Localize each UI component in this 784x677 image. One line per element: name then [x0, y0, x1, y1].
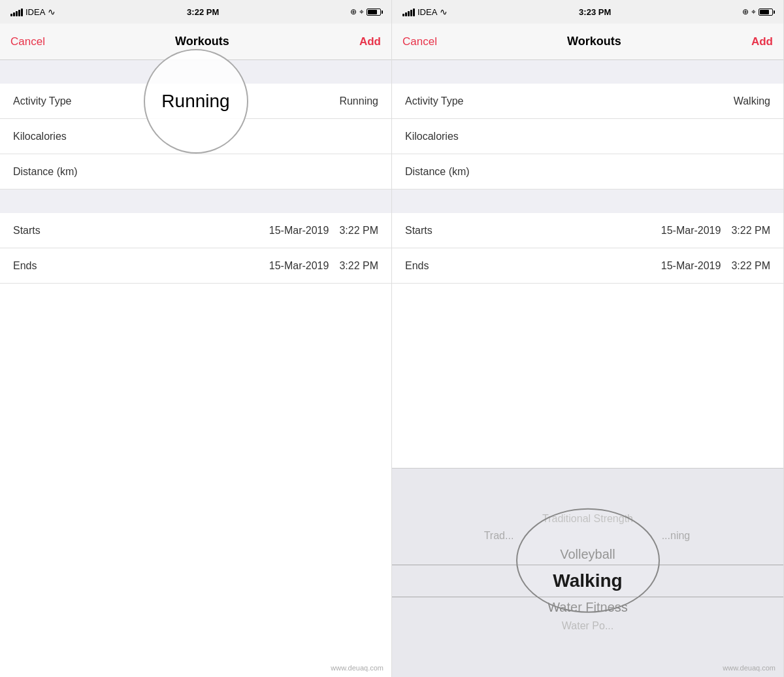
right-starts-date: 15-Mar-2019 — [661, 225, 721, 237]
right-starts-value: 15-Mar-2019 3:22 PM — [661, 225, 770, 237]
right-battery — [759, 8, 773, 16]
left-ends-row[interactable]: Ends 15-Mar-2019 3:22 PM — [0, 248, 391, 284]
left-kilocalories-row[interactable]: Kilocalories — [0, 119, 391, 154]
left-ends-value: 15-Mar-2019 3:22 PM — [269, 260, 378, 272]
right-activity-type-label: Activity Type — [405, 95, 464, 107]
left-datetime-section: Starts 15-Mar-2019 3:22 PM Ends 15-Mar-2… — [0, 213, 391, 284]
picker-trad-right: ...ning — [649, 530, 783, 542]
left-spacer-2 — [0, 190, 391, 213]
left-phone-panel: IDEA ∿ 3:22 PM ⊕ ⌖ Cancel Workouts Add A… — [0, 0, 392, 677]
right-ends-time: 3:22 PM — [731, 260, 770, 272]
right-cancel-button[interactable]: Cancel — [402, 35, 437, 48]
left-form-section: Activity Type Running Running Kilocalori… — [0, 84, 391, 190]
picker-item-water-polo[interactable]: Water Po... — [392, 618, 783, 635]
right-status-right: ⊕ ⌖ — [742, 7, 773, 16]
right-nav-icon: ⌖ — [751, 7, 756, 16]
picker-trad-left: Trad... — [392, 530, 527, 542]
right-phone-panel: IDEA ∿ 3:23 PM ⊕ ⌖ Cancel Workouts Add A… — [392, 0, 784, 677]
right-distance-row[interactable]: Distance (km) — [392, 154, 783, 190]
right-signal-bar-5 — [413, 8, 415, 16]
signal-bar-4 — [18, 10, 20, 16]
picker-item-volleyball[interactable]: Volleyball — [392, 544, 783, 565]
right-spacer-2 — [392, 190, 783, 213]
right-location-icon: ⊕ — [742, 7, 749, 16]
left-battery — [367, 8, 381, 16]
right-datetime-section: Starts 15-Mar-2019 3:22 PM Ends 15-Mar-2… — [392, 213, 783, 284]
left-distance-row[interactable]: Distance (km) — [0, 154, 391, 190]
right-kilocalories-row[interactable]: Kilocalories — [392, 119, 783, 154]
right-carrier: IDEA — [417, 7, 437, 17]
right-ends-row[interactable]: Ends 15-Mar-2019 3:22 PM — [392, 248, 783, 284]
left-starts-time: 3:22 PM — [339, 225, 378, 237]
right-watermark: www.deuaq.com — [723, 664, 776, 672]
right-nav-title: Workouts — [567, 35, 621, 48]
right-activity-type-row[interactable]: Activity Type Walking — [392, 84, 783, 119]
right-starts-label: Starts — [405, 225, 457, 237]
left-activity-type-label: Activity Type — [13, 95, 72, 107]
left-starts-value: 15-Mar-2019 3:22 PM — [269, 225, 378, 237]
right-add-button[interactable]: Add — [751, 35, 773, 48]
signal-bar-3 — [16, 11, 18, 16]
signal-bar-1 — [10, 14, 12, 16]
right-starts-row[interactable]: Starts 15-Mar-2019 3:22 PM — [392, 213, 783, 248]
left-signal-bars — [10, 7, 23, 16]
right-distance-label: Distance (km) — [405, 166, 470, 178]
right-status-left: IDEA ∿ — [402, 7, 448, 17]
right-nav-bar: Cancel Workouts Add — [392, 24, 783, 60]
left-distance-label: Distance (km) — [13, 166, 78, 178]
picker-volleyball-text: Volleyball — [560, 547, 615, 561]
signal-bar-5 — [21, 8, 23, 16]
right-signal-bars — [402, 7, 415, 16]
picker-water-polo-text: Water Po... — [562, 620, 613, 631]
right-time: 3:23 PM — [579, 7, 611, 17]
right-ends-date: 15-Mar-2019 — [661, 260, 721, 272]
right-ends-value: 15-Mar-2019 3:22 PM — [661, 260, 770, 272]
picker-item-water-fitness[interactable]: Water Fitness — [392, 597, 783, 618]
left-battery-fill — [368, 10, 377, 14]
left-cancel-button[interactable]: Cancel — [10, 35, 45, 48]
left-wifi-icon: ∿ — [48, 7, 56, 17]
right-starts-time: 3:22 PM — [731, 225, 770, 237]
signal-bar-2 — [13, 12, 15, 16]
picker-item-traditional-strength[interactable]: Traditional Strength — [392, 510, 783, 527]
left-starts-label: Starts — [13, 225, 65, 237]
left-watermark: www.deuaq.com — [331, 664, 384, 672]
left-nav-icon: ⌖ — [359, 7, 364, 16]
left-status-left: IDEA ∿ — [10, 7, 56, 17]
picker-walking-text: Walking — [553, 570, 622, 591]
left-location-icon: ⊕ — [350, 7, 357, 16]
right-spacer-1 — [392, 60, 783, 84]
right-status-bar: IDEA ∿ 3:23 PM ⊕ ⌖ — [392, 0, 783, 24]
right-signal-bar-2 — [405, 12, 407, 16]
left-status-right: ⊕ ⌖ — [350, 7, 381, 16]
left-picker-circle-text: Running — [161, 91, 229, 112]
left-carrier: IDEA — [25, 7, 45, 17]
left-time: 3:22 PM — [187, 7, 219, 17]
left-status-bar: IDEA ∿ 3:22 PM ⊕ ⌖ — [0, 0, 391, 24]
left-starts-date: 15-Mar-2019 — [269, 225, 329, 237]
left-starts-row[interactable]: Starts 15-Mar-2019 3:22 PM — [0, 213, 391, 248]
right-activity-type-value: Walking — [734, 95, 770, 107]
left-nav-title: Workouts — [175, 35, 229, 48]
picker-water-fitness-text: Water Fitness — [547, 600, 628, 614]
right-form-section: Activity Type Walking Kilocalories Dista… — [392, 84, 783, 190]
right-kilocalories-label: Kilocalories — [405, 131, 459, 142]
left-ends-time: 3:22 PM — [339, 260, 378, 272]
left-activity-type-row[interactable]: Activity Type Running Running — [0, 84, 391, 119]
left-nav-bar: Cancel Workouts Add — [0, 24, 391, 60]
picker-traditional-strength-text: Traditional Strength — [542, 513, 633, 524]
right-picker-items: Traditional Strength Trad... ...ning Vol… — [392, 468, 783, 677]
right-signal-bar-3 — [408, 11, 410, 16]
picker-item-walking[interactable]: Walking — [392, 565, 783, 597]
left-kilocalories-label: Kilocalories — [13, 131, 67, 142]
right-picker-panel[interactable]: Traditional Strength Trad... ...ning Vol… — [392, 468, 783, 677]
left-ends-label: Ends — [13, 260, 65, 272]
left-activity-type-value: Running — [339, 95, 378, 107]
right-ends-label: Ends — [405, 260, 457, 272]
right-wifi-icon: ∿ — [440, 7, 448, 17]
left-spacer-1 — [0, 60, 391, 84]
left-add-button[interactable]: Add — [359, 35, 381, 48]
picker-item-trad-row[interactable]: Trad... ...ning — [392, 527, 783, 544]
right-signal-bar-1 — [402, 14, 404, 16]
right-signal-bar-4 — [410, 10, 412, 16]
